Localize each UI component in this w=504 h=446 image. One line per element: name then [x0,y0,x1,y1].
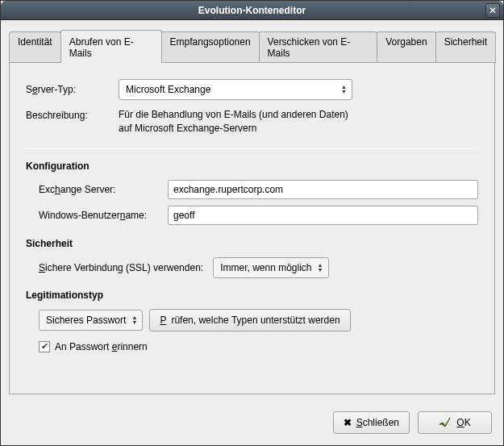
tab-security[interactable]: Sicherheit [435,31,496,63]
exchange-server-input[interactable] [168,180,478,199]
server-type-label: Server-Typ: [26,84,119,95]
ok-button[interactable]: OK [418,411,492,434]
close-icon: ✖ [344,417,352,428]
auth-type-combo[interactable]: Sicheres Passwort ▲▼ [39,310,143,331]
check-auth-types-button[interactable]: Prüfen, welche Typen unterstützt werden [149,309,350,331]
tab-bar: Identität Abrufen von E-Mails Empfangsop… [9,30,495,63]
section-configuration: Konfiguration [26,160,478,172]
chevron-updown-icon: ▲▼ [341,85,347,94]
titlebar: Evolution-Konteneditor ✕ [1,1,503,20]
ok-icon [439,416,452,430]
close-icon: ✕ [489,5,497,16]
section-auth: Legitimationstyp [26,290,478,301]
tab-identity[interactable]: Identität [9,31,61,63]
ssl-label: Sichere Verbindung (SSL) verwenden: [39,262,203,273]
window-close-button[interactable]: ✕ [485,3,500,18]
tab-send-emails[interactable]: Verschicken von E-Mails [259,31,378,63]
description-text: Für die Behandlung von E-Mails (und ande… [119,108,352,135]
tabpage-fetch-emails: Server-Typ: Microsoft Exchange ▲▼ Beschr… [9,62,495,394]
windows-user-label: Windows-Benutzername: [39,210,168,221]
window-title: Evolution-Konteneditor [198,5,306,16]
exchange-server-label: Exchange Server: [39,184,168,195]
auth-type-value: Sicheres Passwort [46,315,126,326]
windows-user-input[interactable] [168,206,478,225]
tab-fetch-emails[interactable]: Abrufen von E-Mails [60,30,162,63]
ssl-value: Immer, wenn möglich [220,262,311,273]
section-security: Sicherheit [26,238,478,249]
remember-password-checkbox[interactable]: ✔ [39,341,50,352]
chevron-updown-icon: ▲▼ [131,315,137,325]
separator [26,148,478,149]
chevron-updown-icon: ▲▼ [318,263,323,273]
server-type-value: Microsoft Exchange [126,84,210,95]
check-icon: ✔ [41,341,48,352]
remember-password-label: An Passwort erinnern [55,341,148,352]
close-button[interactable]: ✖ Schließen [333,411,410,434]
server-type-combo[interactable]: Microsoft Exchange ▲▼ [119,79,352,100]
ssl-combo[interactable]: Immer, wenn möglich ▲▼ [213,257,328,278]
description-label: Beschreibung: [26,108,119,135]
tab-receive-options[interactable]: Empfangsoptionen [161,31,260,63]
dialog-footer: ✖ Schließen OK [1,403,503,445]
tab-defaults[interactable]: Vorgaben [377,31,435,63]
